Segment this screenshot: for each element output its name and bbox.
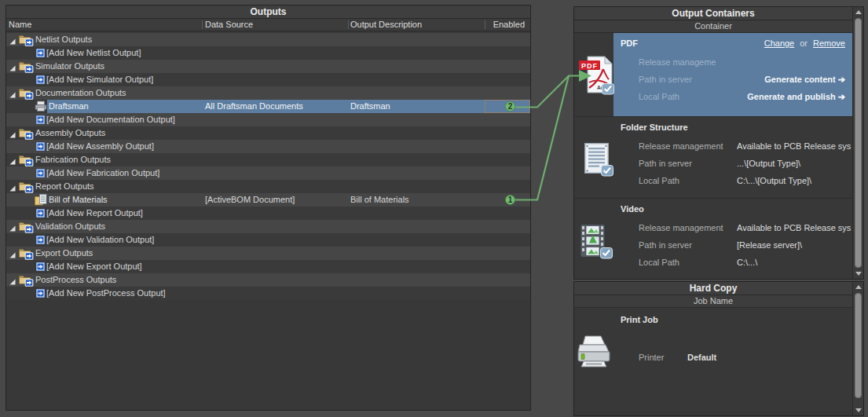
output-name[interactable]: Draftsman — [49, 100, 89, 113]
add-new-output-row[interactable]: [Add New Assembly Output] — [6, 140, 530, 153]
output-category-row[interactable]: Fabrication Outputs — [6, 153, 530, 166]
scroll-down-button[interactable] — [853, 405, 863, 415]
expand-triangle-icon[interactable] — [9, 185, 16, 192]
output-category-row[interactable]: Report Outputs — [6, 180, 530, 193]
column-header-enabled[interactable]: Enabled — [493, 19, 525, 31]
container-column-header[interactable]: Container — [574, 20, 852, 33]
add-arrow-icon — [36, 142, 45, 151]
category-label[interactable]: Report Outputs — [35, 180, 94, 193]
output-category-row[interactable]: Assembly Outputs — [6, 126, 530, 140]
expand-collapse-toggle[interactable] — [9, 224, 16, 233]
output-data-source[interactable]: All Draftsman Documents — [205, 100, 303, 113]
add-new-output-label[interactable]: [Add New Report Output] — [46, 207, 143, 220]
expand-collapse-toggle[interactable] — [9, 130, 16, 140]
expand-collapse-toggle[interactable] — [9, 251, 16, 260]
arrow-up-icon — [855, 285, 862, 289]
expand-triangle-icon[interactable] — [9, 38, 16, 45]
output-category-row[interactable]: PostProcess Outputs — [6, 273, 530, 287]
expand-triangle-icon[interactable] — [9, 65, 16, 71]
add-new-output-row[interactable]: [Add New Documentation Output] — [6, 113, 530, 126]
remove-link[interactable]: Remove — [813, 38, 845, 48]
output-data-source[interactable]: [ActiveBOM Document] — [205, 193, 295, 207]
expand-triangle-icon[interactable] — [9, 159, 16, 165]
column-separator[interactable] — [202, 20, 203, 29]
output-item-row[interactable]: Bill of Materials[ActiveBOM Document]Bil… — [6, 193, 530, 207]
expand-collapse-toggle[interactable] — [9, 277, 16, 287]
scroll-up-button[interactable] — [853, 282, 863, 292]
expand-collapse-toggle[interactable] — [9, 90, 16, 100]
expand-collapse-toggle[interactable] — [9, 64, 16, 73]
category-label[interactable]: Documentation Outputs — [35, 86, 126, 100]
add-arrow-icon — [36, 115, 45, 124]
category-label[interactable]: Netlist Outputs — [35, 33, 92, 46]
change-link[interactable]: Change — [764, 38, 795, 48]
container-name[interactable]: Folder Structure — [621, 123, 688, 132]
output-item-row[interactable]: DraftsmanAll Draftsman DocumentsDraftsma… — [6, 100, 530, 113]
output-description[interactable]: Bill of Materials — [350, 193, 409, 207]
add-new-output-row[interactable]: [Add New Export Output] — [6, 260, 530, 273]
output-name[interactable]: Bill of Materials — [49, 193, 108, 207]
add-new-output-label[interactable]: [Add New PostProcess Output] — [46, 287, 166, 300]
add-new-output-row[interactable]: [Add New Simulator Output] — [6, 73, 530, 86]
expand-collapse-toggle[interactable] — [9, 184, 16, 193]
container-actions: ChangeorRemove — [764, 38, 845, 48]
output-description[interactable]: Draftsman — [350, 100, 390, 113]
add-new-output-label[interactable]: [Add New Validation Output] — [46, 233, 154, 247]
expand-triangle-icon[interactable] — [9, 225, 16, 232]
add-new-output-row[interactable]: [Add New Fabrication Output] — [6, 166, 530, 180]
add-new-output-label[interactable]: [Add New Fabrication Output] — [46, 166, 159, 180]
container-name[interactable]: Video — [621, 204, 644, 214]
expand-triangle-icon[interactable] — [9, 92, 16, 98]
scroll-down-button[interactable] — [853, 269, 863, 279]
job-name-column-header[interactable]: Job Name — [574, 295, 852, 308]
folder-plus-icon — [19, 127, 34, 140]
category-label[interactable]: Validation Outputs — [35, 220, 105, 233]
add-new-output-row[interactable]: [Add New Report Output] — [6, 207, 530, 220]
expand-collapse-toggle[interactable] — [9, 157, 16, 166]
container-entry[interactable]: PDF Adobe PDFRelease managemePath in ser… — [574, 33, 852, 117]
output-category-row[interactable]: Netlist Outputs — [6, 33, 530, 46]
container-entry[interactable]: Folder StructureRelease managementAvaila… — [574, 117, 852, 199]
expand-triangle-icon[interactable] — [9, 279, 16, 285]
add-new-output-row[interactable]: [Add New Netlist Output] — [6, 46, 530, 60]
container-name[interactable]: PDF — [621, 38, 638, 48]
category-label[interactable]: PostProcess Outputs — [35, 273, 116, 287]
job-name[interactable]: Print Job — [621, 315, 658, 324]
expand-triangle-icon[interactable] — [9, 132, 16, 138]
folder-plus-icon — [19, 274, 34, 287]
expand-triangle-icon[interactable] — [9, 252, 16, 258]
output-category-row[interactable]: Documentation Outputs — [6, 86, 530, 100]
column-separator[interactable] — [348, 20, 349, 29]
generate-content-link[interactable]: Generate content ➔ — [764, 74, 845, 86]
category-label[interactable]: Assembly Outputs — [35, 126, 105, 140]
scrollbar-thumb[interactable] — [855, 293, 862, 398]
add-new-output-label[interactable]: [Add New Simulator Output] — [46, 73, 153, 86]
add-new-output-label[interactable]: [Add New Assembly Output] — [46, 140, 154, 153]
column-header-name[interactable]: Name — [9, 19, 31, 31]
category-label[interactable]: Simulator Outputs — [35, 60, 104, 73]
generate-and-publish-link[interactable]: Generate and publish ➔ — [747, 91, 845, 104]
enabled-count-badge[interactable]: 2 — [505, 101, 515, 112]
add-new-output-label[interactable]: [Add New Documentation Output] — [46, 113, 175, 126]
video-icon — [580, 224, 613, 260]
scroll-up-button[interactable] — [853, 7, 863, 17]
output-category-row[interactable]: Validation Outputs — [6, 220, 530, 233]
category-label[interactable]: Export Outputs — [35, 247, 93, 260]
column-header-data-source[interactable]: Data Source — [205, 19, 253, 31]
hard-copy-scrollbar[interactable] — [852, 282, 863, 415]
expand-collapse-toggle[interactable] — [9, 37, 16, 46]
output-category-row[interactable]: Export Outputs — [6, 247, 530, 260]
add-new-output-label[interactable]: [Add New Export Output] — [46, 260, 142, 273]
column-header-output-description[interactable]: Output Description — [350, 19, 422, 31]
column-separator[interactable] — [485, 20, 485, 29]
output-category-row[interactable]: Simulator Outputs — [6, 60, 530, 73]
container-entry[interactable]: VideoRelease managementAvailable to PCB … — [574, 199, 852, 280]
add-new-output-row[interactable]: [Add New PostProcess Output] — [6, 287, 530, 300]
add-new-output-row[interactable]: [Add New Validation Output] — [6, 233, 530, 247]
print-job-entry[interactable]: Print Job PrinterDefault — [574, 307, 852, 395]
containers-scrollbar[interactable] — [852, 7, 863, 279]
category-label[interactable]: Fabrication Outputs — [35, 153, 111, 166]
enabled-count-badge[interactable]: 1 — [505, 195, 515, 205]
scrollbar-thumb[interactable] — [855, 18, 862, 268]
add-new-output-label[interactable]: [Add New Netlist Output] — [46, 46, 141, 60]
